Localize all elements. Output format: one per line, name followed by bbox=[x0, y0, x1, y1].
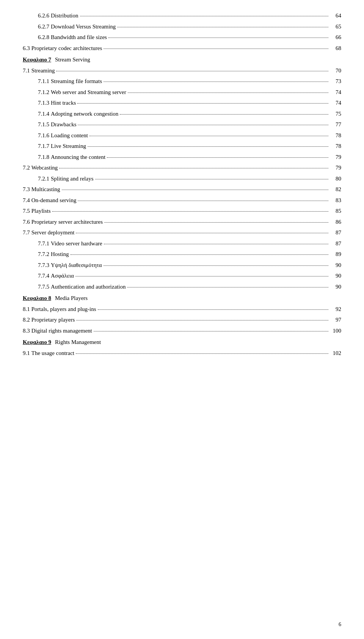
toc-dots bbox=[80, 16, 328, 16]
toc-page: 68 bbox=[330, 44, 341, 53]
chapter-label: Κεφαλαιο 8 bbox=[23, 294, 51, 303]
toc-entry: 8.3Digital rights management100 bbox=[23, 327, 341, 335]
toc-title: Υψηλή διαθεσιμότητα bbox=[51, 261, 102, 270]
toc-dots bbox=[78, 201, 328, 201]
toc-page: 87 bbox=[330, 239, 341, 248]
toc-page: 79 bbox=[330, 163, 341, 172]
toc-page: 65 bbox=[330, 22, 341, 31]
toc-dots bbox=[56, 71, 328, 71]
toc-page: 102 bbox=[330, 349, 341, 358]
chapter-title: Media Players bbox=[55, 294, 88, 303]
toc-page: 85 bbox=[330, 207, 341, 215]
toc-title: Video server hardware bbox=[51, 239, 102, 248]
toc-entry: 7.7Server deployment87 bbox=[23, 228, 341, 237]
toc-left: 7.7Server deployment bbox=[23, 228, 330, 237]
toc-left: 7.1.2Web server and Streaming server bbox=[38, 88, 330, 97]
toc-entry: 7.6Proprietary server architectures86 bbox=[23, 218, 341, 226]
toc-number: 7.2.1 bbox=[38, 174, 49, 183]
toc-dots bbox=[95, 179, 329, 179]
toc-page: 79 bbox=[330, 153, 341, 162]
chapter-entry: Κεφαλαιο 8Media Players bbox=[23, 294, 341, 303]
toc-entry: 8.2Proprietary players97 bbox=[23, 316, 341, 324]
toc-dots bbox=[128, 93, 328, 93]
toc-title: Webcasting bbox=[31, 163, 58, 172]
toc-dots bbox=[89, 136, 328, 136]
toc-dots bbox=[77, 103, 328, 104]
toc-dots bbox=[62, 190, 328, 190]
toc-left: 8.3Digital rights management bbox=[23, 327, 330, 335]
toc-dots bbox=[104, 265, 328, 266]
toc-dots bbox=[104, 82, 328, 82]
toc-page: 90 bbox=[330, 272, 341, 280]
toc-number: 7.1.8 bbox=[38, 153, 49, 162]
chapter-entry: Κεφαλαιο 7Stream Serving bbox=[23, 55, 341, 64]
toc-number: 6.3 bbox=[23, 44, 30, 53]
toc-title: Proprietary server architectures bbox=[31, 218, 103, 226]
toc-left: 7.1.6Loading content bbox=[38, 131, 330, 140]
toc-number: 7.1 bbox=[23, 66, 30, 75]
toc-number: 7.4 bbox=[23, 196, 30, 205]
toc-page: 90 bbox=[330, 283, 341, 291]
toc-title: Authentication and authorization bbox=[51, 283, 126, 291]
toc-entry: 7.7.1Video server hardware87 bbox=[23, 239, 341, 248]
toc-title: Server deployment bbox=[31, 228, 75, 237]
toc-number: 7.1.4 bbox=[38, 110, 49, 118]
toc-entry: 7.1.6Loading content78 bbox=[23, 131, 341, 140]
toc-title: Hint tracks bbox=[51, 99, 76, 107]
toc-title: Playlists bbox=[31, 207, 51, 215]
toc-page: 70 bbox=[330, 66, 341, 75]
toc-left: 7.1.4Adopting network congestion bbox=[38, 110, 330, 118]
toc-title: Streaming file formats bbox=[51, 77, 102, 86]
toc-dots bbox=[75, 276, 328, 276]
toc-left: 9.1The usage contract bbox=[23, 349, 330, 358]
toc-left: 7.4On-demand serving bbox=[23, 196, 330, 205]
toc-title: Loading content bbox=[51, 131, 88, 140]
toc-number: 7.2 bbox=[23, 163, 30, 172]
toc-left: 7.6Proprietary server architectures bbox=[23, 218, 330, 226]
toc-dots bbox=[104, 222, 328, 223]
toc-number: 7.7.5 bbox=[38, 283, 49, 291]
toc-left: 7.1.8Announcing the content bbox=[38, 153, 330, 162]
toc-left: 7.7.5Authentication and authorization bbox=[38, 283, 330, 291]
toc-title: Hosting bbox=[51, 250, 69, 259]
toc-entry: 7.7.3Υψηλή διαθεσιμότητα90 bbox=[23, 261, 341, 270]
toc-number: 7.3 bbox=[23, 185, 30, 194]
toc-number: 7.7.2 bbox=[38, 250, 49, 259]
toc-left: 7.7.4Ασφάλεια bbox=[38, 272, 330, 280]
toc-entry: 7.2Webcasting79 bbox=[23, 163, 341, 172]
toc-entry: 7.1.1Streaming file formats73 bbox=[23, 77, 341, 86]
toc-number: 8.2 bbox=[23, 316, 30, 324]
toc-left: 7.3Multicasting bbox=[23, 185, 330, 194]
toc-dots bbox=[104, 244, 328, 244]
toc-page: 100 bbox=[330, 327, 341, 335]
toc-number: 6.2.7 bbox=[38, 22, 49, 31]
toc-page: 75 bbox=[330, 110, 341, 118]
toc-entry: 7.1Streaming70 bbox=[23, 66, 341, 75]
toc-title: Spliting and relays bbox=[51, 174, 94, 183]
toc-left: 7.1Streaming bbox=[23, 66, 330, 75]
toc-number: 8.3 bbox=[23, 327, 30, 335]
toc-page: 83 bbox=[330, 196, 341, 205]
toc-number: 7.7.1 bbox=[38, 239, 49, 248]
toc-dots bbox=[76, 353, 328, 354]
toc-entry: 7.5Playlists85 bbox=[23, 207, 341, 215]
toc-left: 7.1.7Live Streaming bbox=[38, 142, 330, 151]
chapter-title: Stream Serving bbox=[55, 55, 90, 64]
toc-dots bbox=[76, 320, 328, 320]
toc-dots bbox=[94, 331, 328, 331]
toc-page: 89 bbox=[330, 250, 341, 259]
toc-number: 7.6 bbox=[23, 218, 30, 226]
toc-entry: 6.3Proprietary codec architectures68 bbox=[23, 44, 341, 53]
toc-number: 7.7 bbox=[23, 228, 30, 237]
toc-number: 6.2.6 bbox=[38, 11, 49, 20]
toc-number: 9.1 bbox=[23, 349, 30, 358]
toc-dots bbox=[88, 146, 328, 147]
toc-entry: 6.2.6Distribution64 bbox=[23, 11, 341, 20]
toc-left: 8.1Portals, players and plug-ins bbox=[23, 305, 330, 314]
toc-number: 7.1.6 bbox=[38, 131, 49, 140]
toc-page: 87 bbox=[330, 228, 341, 237]
toc-page: 80 bbox=[330, 174, 341, 183]
toc-container: 6.2.6Distribution646.2.7Download Versus … bbox=[23, 11, 341, 357]
toc-page: 86 bbox=[330, 218, 341, 226]
toc-entry: 7.7.2Hosting89 bbox=[23, 250, 341, 259]
